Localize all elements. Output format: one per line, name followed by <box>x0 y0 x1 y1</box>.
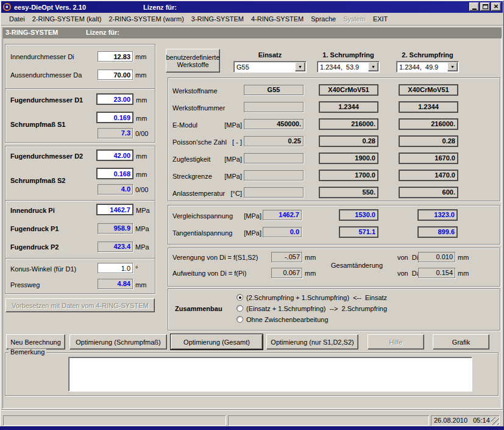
schrumpfring2-combobox[interactable]: 1.2344, 49.9 ▼ <box>396 61 459 73</box>
table-cell <box>244 153 303 163</box>
minimize-button[interactable] <box>469 2 479 11</box>
menu-item-3ring[interactable]: 3-RING-SYSTEM <box>188 14 247 24</box>
von-di-field: 0.010 <box>418 252 455 262</box>
row-unit: [MPa] <box>235 229 261 237</box>
von-di-label: von Di <box>397 254 418 262</box>
radio-assembly-option-2[interactable] <box>236 305 243 312</box>
pressweg-label: Pressweg <box>10 281 40 289</box>
row-unit: [°C] <box>213 190 242 198</box>
menu-item-2ring-kalt[interactable]: 2-RING-SYSTEM (kalt) <box>29 14 105 24</box>
von-da-unit: mm <box>458 270 469 278</box>
aufweitung-unit: mm <box>305 270 316 278</box>
chevron-down-icon[interactable]: ▼ <box>295 62 305 71</box>
s1-input[interactable] <box>96 112 133 123</box>
p1-unit: MPa <box>135 225 149 233</box>
p1-label: Fugendruck P1 <box>10 225 59 233</box>
row-label: Tangentialspannung <box>172 229 232 237</box>
optimierung-schrumpfmass-button[interactable]: Optimierung (Schrumpfmaß) <box>69 334 167 349</box>
maximize-button[interactable] <box>480 2 490 11</box>
column-header-schrumpfring1: 1. Schrumpfring <box>317 51 380 59</box>
table-cell: 1.2344 <box>399 101 458 113</box>
table-cell: 1470.0 <box>399 170 458 181</box>
row-unit: [MPa] <box>213 156 242 163</box>
menu-item-2ring-warm[interactable]: 2-RING-SYSTEM (warm) <box>105 14 187 24</box>
row-label: Werkstoffnummer <box>172 104 225 112</box>
table-cell: 0.25 <box>244 136 303 146</box>
stress-cell: 0.0 <box>263 227 302 237</box>
optimierung-gesamt-button[interactable]: Optimierung (Gesamt) <box>171 334 263 349</box>
table-cell: G55 <box>244 85 303 95</box>
d1-unit: mm <box>136 96 147 104</box>
radio-assembly-option-2-label: (Einsatz + 1.Schrumpfring) --> 2.Schrump… <box>246 305 387 313</box>
table-cell: 600. <box>399 187 458 198</box>
radio-assembly-option-1-label: (2.Schrumpfring + 1.Schrumpfring) <-- Ei… <box>246 294 387 302</box>
di-input[interactable] <box>98 51 133 62</box>
verengung-label: Verengung von Di = f(S1,S2) <box>172 254 258 262</box>
window-title: eesy-DieOpt Vers. 2.10 <box>14 4 86 11</box>
section-header: 3-RING-SYSTEM Lizenz für: <box>2 27 502 38</box>
app-icon[interactable] <box>3 3 11 11</box>
p2-label: Fugendruck P2 <box>10 243 59 251</box>
radio-assembly-option-3-label: Ohne Zwischenbearbeitung <box>246 316 328 324</box>
d1-input[interactable] <box>96 93 133 105</box>
stress-cell: 1462.7 <box>263 210 302 220</box>
schrumpfring2-combobox-value: 1.2344, 49.9 <box>397 63 447 71</box>
verengung-unit: mm <box>305 254 316 262</box>
close-icon: ✕ <box>494 4 499 10</box>
s2-input[interactable] <box>96 168 133 179</box>
statusbar-panel-1 <box>3 415 226 426</box>
table-cell: 216000. <box>399 118 458 130</box>
grafik-button[interactable]: Grafik <box>433 334 489 349</box>
row-unit: [MPa] <box>213 173 242 181</box>
menu-item-datei[interactable]: Datei <box>5 14 29 24</box>
table-cell <box>244 102 303 112</box>
menu-item-sprache[interactable]: Sprache <box>307 14 339 24</box>
table-cell: 216000. <box>319 118 378 130</box>
aufweitung-field: 0.067 <box>271 268 302 278</box>
chevron-down-icon[interactable]: ▼ <box>447 62 458 71</box>
schrumpfring1-combobox-value: 1.2344, 53.9 <box>318 63 368 71</box>
app-window: eesy-DieOpt Vers. 2.10 Lizenz für: ✕ Dat… <box>0 0 504 430</box>
table-cell: 1.2344 <box>319 101 378 113</box>
d2-label: Fugendurchmesser D2 <box>10 152 83 160</box>
optimierung-s1d2s2-button[interactable]: Optimierung (nur S1,D2,S2) <box>266 334 358 349</box>
menu-item-exit[interactable]: EXIT <box>369 14 391 24</box>
pi-unit: MPa <box>136 207 150 215</box>
close-button[interactable]: ✕ <box>491 2 501 11</box>
resize-grip[interactable] <box>491 417 499 425</box>
di-label: Innendurchmesser Di <box>10 53 74 61</box>
einsatz-combobox[interactable]: G55 ▼ <box>233 61 307 73</box>
table-cell: X40CrMoV51 <box>399 84 458 96</box>
pi-input[interactable] <box>96 204 133 215</box>
konus-input[interactable] <box>98 263 133 273</box>
minimize-icon <box>472 9 477 10</box>
title-bar: eesy-DieOpt Vers. 2.10 Lizenz für: ✕ <box>1 1 503 13</box>
schrumpfring1-combobox[interactable]: 1.2344, 53.9 ▼ <box>317 61 380 73</box>
bemerkung-label: Bemerkung <box>9 349 46 356</box>
statusbar-separator <box>1 409 503 410</box>
table-cell: 450000. <box>244 119 303 129</box>
s2-permille-unit: 0/00 <box>135 186 148 194</box>
table-cell: 1700.0 <box>319 170 378 181</box>
statusbar-panel-2 <box>228 415 429 426</box>
gesamtaenderung-label: Gesamtänderung <box>331 262 383 270</box>
da-unit: mm <box>135 71 146 79</box>
custom-materials-button[interactable]: benutzerdefinierte Werkstoffe <box>166 49 220 73</box>
s2-permille-field: 4.0 <box>98 184 133 195</box>
chevron-down-icon[interactable]: ▼ <box>368 62 378 71</box>
radio-assembly-option-1[interactable] <box>236 294 243 301</box>
bemerkung-textarea[interactable] <box>68 357 472 392</box>
konus-unit: ° <box>135 265 138 273</box>
d2-input[interactable] <box>96 149 133 161</box>
row-unit: [MPa] <box>213 121 242 129</box>
window-bottom-edge <box>0 426 504 430</box>
maximize-icon <box>483 4 488 9</box>
column-header-einsatz: Einsatz <box>233 51 307 59</box>
radio-assembly-option-3[interactable] <box>236 316 243 323</box>
pressweg-field: 4.84 <box>98 279 133 289</box>
row-label: E-Modul <box>172 121 197 129</box>
verengung-field: -.057 <box>271 252 302 262</box>
menu-item-4ring[interactable]: 4-RING-SYSTEM <box>247 14 307 24</box>
neu-berechnung-button[interactable]: Neu Berechnung <box>6 334 65 349</box>
da-input[interactable] <box>98 70 133 80</box>
